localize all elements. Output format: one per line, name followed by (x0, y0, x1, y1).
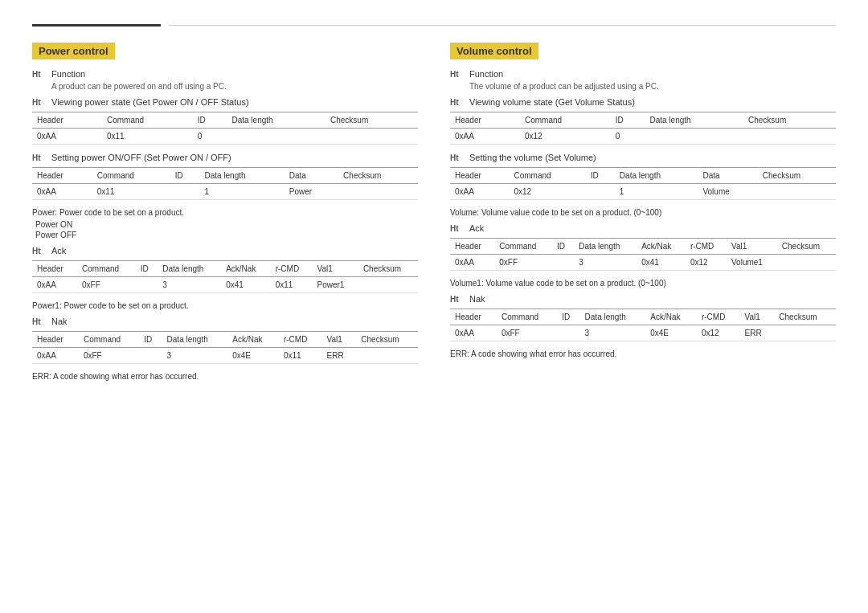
cell-acknak: 0x41 (221, 277, 271, 293)
col-checksum: Checksum (758, 168, 836, 184)
col-acknak: Ack/Nak (637, 239, 686, 255)
table-row: 0xAA 0xFF 3 0x41 0x11 Power1 (32, 277, 418, 293)
table-row: 0xAA 0x12 0 (450, 129, 836, 145)
volume-control-section: Volume control Ht Function The volume of… (450, 43, 836, 384)
cell-id (552, 255, 574, 271)
volume-ack-table: Header Command ID Data length Ack/Nak r-… (450, 238, 836, 271)
cell-id (139, 348, 162, 364)
cell-header: 0xAA (32, 129, 102, 145)
col-header-datalength2: Data length (199, 168, 284, 184)
col-header-id2: ID (170, 168, 200, 184)
cell-command: 0x12 (509, 184, 585, 200)
col-header-checksum: Checksum (326, 112, 418, 129)
power-nak-table: Header Command ID Data length Ack/Nak r-… (32, 331, 418, 364)
setting-volume-title: Setting the volume (Set Volume) (469, 153, 596, 162)
viewing-volume-title: Viewing volume state (Get Volume Status) (469, 97, 635, 107)
table-row: 0xAA 0x11 0 (32, 129, 418, 145)
setting-power-ht: Ht (32, 153, 47, 162)
col-header-header2: Header (32, 168, 92, 184)
col-command: Command (77, 261, 136, 277)
col-datalength: Data length (615, 168, 698, 184)
power-function-ht: Ht (32, 70, 47, 79)
viewing-power-title: Viewing power state (Get Power ON / OFF … (51, 97, 249, 107)
col-checksum: Checksum (743, 112, 836, 129)
table-row: 0xAA 0xFF 3 0x4E 0x11 ERR (32, 348, 418, 364)
volume-nak-ht: Ht (450, 295, 465, 304)
col-command: Command (79, 332, 139, 348)
col-header-checksum2: Checksum (338, 168, 418, 184)
viewing-volume-table: Header Command ID Data length Checksum 0… (450, 112, 836, 145)
col-header: Header (450, 168, 509, 184)
power-note: Power: Power code to be set on a product… (32, 208, 418, 217)
cell-id (557, 325, 579, 341)
col-id: ID (552, 239, 574, 255)
volume-ack-title: Ack (469, 223, 484, 233)
col-rcmd: r-CMD (271, 261, 313, 277)
power-function-desc: A product can be powered on and off usin… (51, 82, 418, 91)
cell-acknak: 0x4E (645, 325, 697, 341)
setting-power-header: Ht Setting power ON/OFF (Set Power ON / … (32, 153, 418, 162)
volume-nak-header: Ht Nak (450, 294, 836, 304)
col-datalength: Data length (580, 309, 646, 325)
volume-function-desc: The volume of a product can be adjusted … (469, 82, 836, 91)
power-err-note: ERR: A code showing what error has occur… (32, 372, 418, 381)
cell-header: 0xAA (450, 184, 509, 200)
cell-datalength: 1 (615, 184, 698, 200)
cell-command: 0xFF (494, 255, 552, 271)
col-val1: Val1 (313, 261, 358, 277)
cell-datalength: 3 (158, 277, 221, 293)
col-checksum: Checksum (358, 261, 418, 277)
viewing-volume-ht: Ht (450, 98, 465, 107)
viewing-volume-header: Ht Viewing volume state (Get Volume Stat… (450, 97, 836, 107)
power-function-title: Function (51, 69, 85, 79)
power-control-section: Power control Ht Function A product can … (32, 43, 418, 384)
col-datalength: Data length (162, 332, 228, 348)
col-header-header: Header (32, 112, 102, 129)
cell-checksum (338, 184, 418, 200)
cell-acknak: 0x4E (227, 348, 279, 364)
cell-header: 0xAA (450, 325, 497, 341)
volume-function-ht: Ht (450, 70, 465, 79)
setting-power-table: Header Command ID Data length Data Check… (32, 167, 418, 200)
col-checksum: Checksum (774, 309, 836, 325)
col-checksum: Checksum (777, 239, 836, 255)
cell-header: 0xAA (32, 184, 92, 200)
col-header-command2: Command (92, 168, 170, 184)
cell-command: 0xFF (497, 325, 557, 341)
col-rcmd: r-CMD (279, 332, 322, 348)
power-function-header: Ht Function (32, 69, 418, 79)
cell-checksum (774, 325, 836, 341)
power-nak-ht: Ht (32, 317, 47, 326)
col-header: Header (450, 239, 494, 255)
col-id: ID (557, 309, 579, 325)
cell-checksum (326, 129, 418, 145)
cell-id (586, 184, 615, 200)
col-val1: Val1 (727, 239, 777, 255)
cell-rcmd: 0x11 (279, 348, 322, 364)
col-id: ID (611, 112, 645, 129)
volume-note2: Volume1: Volume value code to be set on … (450, 279, 836, 288)
cell-datalength: 3 (162, 348, 228, 364)
col-header-data2: Data (285, 168, 338, 184)
cell-val1: ERR (322, 348, 357, 364)
col-header-id: ID (193, 112, 227, 129)
cell-val1: Power1 (313, 277, 358, 293)
col-rcmd: r-CMD (697, 309, 740, 325)
col-acknak: Ack/Nak (645, 309, 697, 325)
cell-rcmd: 0x12 (697, 325, 740, 341)
cell-command: 0xFF (77, 277, 136, 293)
col-header: Header (450, 112, 520, 129)
col-acknak: Ack/Nak (227, 332, 279, 348)
col-id: ID (586, 168, 615, 184)
viewing-power-table: Header Command ID Data length Checksum 0… (32, 112, 418, 145)
cell-command: 0xFF (79, 348, 139, 364)
col-header-datalength: Data length (227, 112, 326, 129)
cell-header: 0xAA (450, 129, 520, 145)
volume-ack-header: Ht Ack (450, 223, 836, 233)
col-header: Header (32, 332, 79, 348)
cell-val1: ERR (740, 325, 775, 341)
cell-command: 0x12 (520, 129, 611, 145)
cell-datalength: 3 (580, 325, 646, 341)
table-row: 0xAA 0x12 1 Volume (450, 184, 836, 200)
table-row: 0xAA 0x11 1 Power (32, 184, 418, 200)
